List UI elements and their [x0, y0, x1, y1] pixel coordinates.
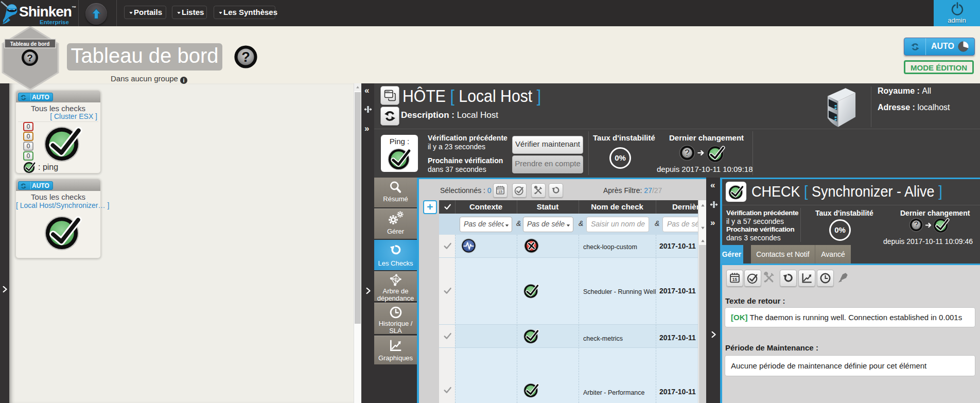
- svg-text:?: ?: [27, 52, 33, 63]
- svg-text:Tableau de bord: Tableau de bord: [10, 41, 50, 47]
- svg-text:?: ?: [241, 49, 250, 65]
